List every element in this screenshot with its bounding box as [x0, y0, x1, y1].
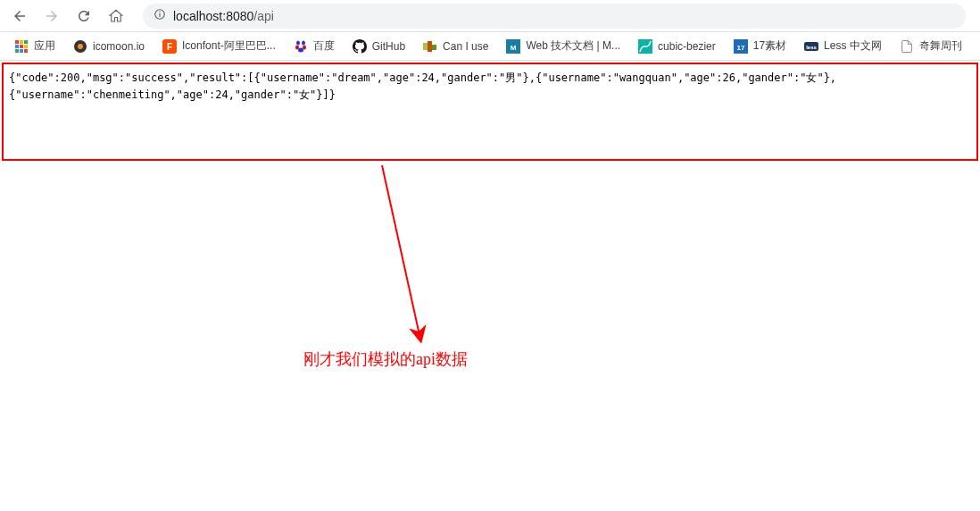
forward-button[interactable]	[39, 4, 64, 29]
page-content: {"code":200,"msg":"success","result":[{"…	[0, 63, 980, 161]
annotation-text: 刚才我们模拟的api数据	[303, 348, 468, 370]
bookmark-caniuse[interactable]: Can I use	[416, 36, 495, 57]
iconfont-icon: F	[162, 39, 177, 54]
svg-point-9	[295, 45, 299, 49]
bookmark-cubic-bezier[interactable]: cubic-bezier	[631, 36, 723, 57]
svg-rect-1	[159, 13, 160, 17]
svg-text:M: M	[511, 44, 517, 52]
github-icon	[353, 39, 367, 54]
svg-point-8	[302, 40, 305, 45]
bookmark-label: 17素材	[753, 38, 786, 54]
bookmark-mdn[interactable]: M Web 技术文档 | M...	[499, 35, 627, 57]
bookmark-label: Less 中文网	[824, 38, 882, 54]
bookmark-label: Iconfont-阿里巴巴...	[182, 38, 276, 54]
cubic-bezier-icon	[638, 39, 652, 54]
svg-rect-12	[423, 43, 428, 50]
bookmark-label: 奇舞周刊	[919, 38, 962, 54]
icomoon-icon	[73, 39, 87, 54]
url-text: localhost:8080/api	[173, 9, 274, 23]
bookmark-baidu[interactable]: 百度	[287, 35, 342, 57]
json-line-1: {"code":200,"msg":"success","result":[{"…	[9, 70, 971, 87]
back-button[interactable]	[7, 4, 32, 29]
bookmark-less[interactable]: less Less 中文网	[797, 35, 889, 57]
bookmark-label: Can I use	[443, 40, 488, 53]
info-icon[interactable]	[154, 8, 166, 23]
svg-rect-14	[432, 45, 436, 50]
svg-text:17: 17	[736, 44, 744, 52]
bookmark-label: 百度	[313, 38, 335, 54]
annotation-arrow	[375, 165, 446, 344]
file-icon	[900, 39, 914, 54]
mdn-icon: M	[506, 39, 520, 54]
browser-toolbar: localhost:8080/api	[0, 0, 980, 32]
json-line-2: {"username":"chenmeiting","age":24,"gand…	[9, 87, 971, 104]
svg-point-4	[78, 44, 83, 49]
bookmark-label: Web 技术文档 | M...	[526, 38, 620, 54]
address-bar[interactable]: localhost:8080/api	[143, 4, 966, 29]
less-icon: less	[804, 39, 818, 54]
bookmark-qiwu[interactable]: 奇舞周刊	[893, 35, 969, 57]
bookmark-label: GitHub	[372, 40, 405, 53]
svg-point-7	[296, 40, 300, 45]
home-button[interactable]	[104, 4, 129, 29]
svg-line-22	[382, 165, 419, 335]
svg-rect-13	[428, 41, 432, 52]
svg-text:less: less	[806, 45, 817, 50]
bookmark-17sucai[interactable]: 17 17素材	[727, 35, 793, 57]
bookmark-github[interactable]: GitHub	[345, 36, 412, 57]
svg-point-11	[298, 47, 303, 52]
bookmark-icomoon[interactable]: icomoon.io	[66, 36, 152, 57]
17sucai-icon: 17	[734, 39, 748, 54]
svg-rect-2	[159, 12, 160, 13]
reload-button[interactable]	[71, 4, 96, 29]
bookmark-label: cubic-bezier	[658, 40, 716, 53]
svg-point-10	[303, 45, 306, 49]
bookmarks-bar: 应用 icomoon.io F Iconfont-阿里巴巴... 百度 GitH…	[0, 32, 980, 61]
apps-shortcut[interactable]: 应用	[7, 35, 62, 57]
apps-icon	[14, 39, 29, 54]
bookmark-label: icomoon.io	[93, 40, 145, 53]
json-response-box: {"code":200,"msg":"success","result":[{"…	[2, 63, 978, 161]
baidu-icon	[294, 39, 308, 54]
caniuse-icon	[423, 39, 437, 54]
svg-text:F: F	[167, 42, 172, 52]
apps-label: 应用	[34, 38, 55, 54]
bookmark-iconfont[interactable]: F Iconfont-阿里巴巴...	[155, 35, 283, 57]
